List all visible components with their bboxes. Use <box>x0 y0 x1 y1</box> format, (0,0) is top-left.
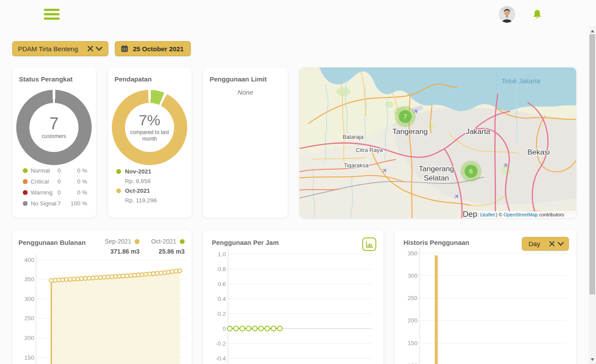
pendapatan-legend: Nov-2021 Rp. 8,658 Oct-2021 Rp. 119,296 <box>116 166 157 205</box>
map-canvas: Teluk Jakarta✈✈✈✈TangerangJakartaBekasiT… <box>300 67 576 218</box>
map-sea-label: Teluk Jakarta <box>501 77 540 85</box>
vertical-scrollbar[interactable] <box>589 0 596 364</box>
scroll-down-button[interactable] <box>589 356 596 363</box>
pendapatan-legend-item: Oct-2021 Rp. 119,296 <box>116 186 157 205</box>
scroll-up-button[interactable] <box>589 27 596 35</box>
svg-text:-0.2: -0.2 <box>216 340 226 347</box>
leaflet-map[interactable]: Teluk Jakarta✈✈✈✈TangerangJakartaBekasiT… <box>300 67 576 218</box>
calendar-icon <box>121 45 128 53</box>
svg-text:1.0: 1.0 <box>218 251 226 258</box>
map-city-label: Tigaraksa <box>344 162 369 169</box>
legend-dot <box>23 168 28 173</box>
legend-dot <box>116 169 121 174</box>
svg-text:0.8: 0.8 <box>218 266 226 272</box>
legend-dot <box>23 179 28 184</box>
bell-icon <box>532 9 543 20</box>
svg-text:200: 200 <box>407 317 418 324</box>
svg-text:400: 400 <box>24 257 34 263</box>
svg-text:350: 350 <box>407 250 418 257</box>
chevron-down-icon[interactable] <box>95 44 103 53</box>
svg-text:150: 150 <box>24 354 34 361</box>
openstreetmap-link[interactable]: OpenStreetMap <box>503 212 538 217</box>
status-legend: Normal 0 0 % Critical 0 0 % Warning 0 0 … <box>23 165 87 209</box>
pendapatan-center-value: 7% <box>139 113 160 128</box>
svg-text:-0.4: -0.4 <box>216 355 226 362</box>
status-legend-row: No Signal 7 100 % <box>23 198 87 209</box>
pendapatan-card-title: Pendapatan <box>114 75 152 83</box>
clear-selection-icon[interactable] <box>86 44 95 53</box>
penggunaan-per-jam-card: Penggunaan Per Jam 1.00.80.60.40.20-0.2-… <box>203 230 383 364</box>
map-city-label: Tangerang <box>393 127 428 136</box>
pendapatan-donut-chart: 7% compared to last month <box>112 90 187 165</box>
scrollbar-thumb[interactable] <box>589 34 595 294</box>
svg-text:300: 300 <box>407 272 418 279</box>
status-legend-row: Critical 0 0 % <box>23 176 87 187</box>
status-center-value: 7 <box>49 115 58 133</box>
svg-text:0.6: 0.6 <box>218 281 226 287</box>
map-city-label: Balaraja <box>343 134 364 140</box>
svg-text:0.4: 0.4 <box>218 296 226 302</box>
history-bar-chart: 350300250200150100 <box>395 230 576 364</box>
svg-text:250: 250 <box>24 315 34 322</box>
legend-dot <box>23 201 28 206</box>
company-select[interactable]: PDAM Tirta Benteng <box>12 41 108 56</box>
svg-text:0: 0 <box>222 325 226 332</box>
cluster-count: 6 <box>469 168 473 175</box>
legend-dot <box>23 190 28 195</box>
avatar-image <box>499 6 515 23</box>
pendapatan-card: Pendapatan 7% compared to last month Nov… <box>108 67 192 218</box>
pendapatan-legend-item: Nov-2021 Rp. 8,658 <box>116 166 157 186</box>
historis-penggunaan-card: Historis Penggunaan Day 3503002502001501… <box>395 230 576 364</box>
map-city-label: Bekasi <box>527 148 550 156</box>
user-avatar[interactable] <box>499 6 515 23</box>
limit-empty-value: None <box>203 88 288 96</box>
hamburger-icon <box>44 9 60 11</box>
svg-text:150: 150 <box>407 340 418 346</box>
status-center-label: customers <box>32 133 76 140</box>
map-city-label: Citra Raya <box>356 147 383 153</box>
svg-text:250: 250 <box>407 295 418 301</box>
svg-text:200: 200 <box>24 335 34 341</box>
monthly-line-chart: 400350300250200150 <box>12 230 192 364</box>
date-picker-button[interactable]: 25 October 2021 <box>115 41 191 56</box>
scrollbar-track[interactable] <box>589 26 596 364</box>
status-legend-row: Warning 0 0 % <box>23 187 87 198</box>
svg-text:350: 350 <box>24 276 34 283</box>
hourly-line-chart: 1.00.80.60.40.20-0.2-0.4 <box>203 230 383 364</box>
legend-dot <box>116 188 121 193</box>
status-donut-chart: 7 customers <box>16 90 92 165</box>
cluster-count: 7 <box>403 113 407 120</box>
svg-text:0.2: 0.2 <box>218 311 226 317</box>
status-perangkat-card: Status Perangkat 7 customers Normal 0 0 … <box>12 67 96 218</box>
svg-text:300: 300 <box>24 296 34 302</box>
leaflet-link[interactable]: Leaflet <box>480 212 495 217</box>
svg-text:100: 100 <box>407 362 418 364</box>
map-attribution: Leaflet | © OpenStreetMap contributors <box>480 212 564 217</box>
menu-toggle-button[interactable] <box>44 9 60 20</box>
status-card-title: Status Perangkat <box>19 75 73 83</box>
date-picker-value: 25 October 2021 <box>133 45 184 53</box>
penggunaan-bulanan-card: Penggunaan Bulanan Sep-2021 371.86 m3 Oc… <box>12 230 192 364</box>
penggunaan-limit-card: Penggunaan Limit None <box>203 67 288 218</box>
status-legend-row: Normal 0 0 % <box>23 165 87 176</box>
limit-card-title: Penggunaan Limit <box>210 75 267 83</box>
notifications-button[interactable] <box>532 9 543 20</box>
map-city-label: Jakarta <box>466 127 490 136</box>
pendapatan-center-label: compared to last month <box>129 129 170 142</box>
company-select-value: PDAM Tirta Benteng <box>18 45 86 53</box>
